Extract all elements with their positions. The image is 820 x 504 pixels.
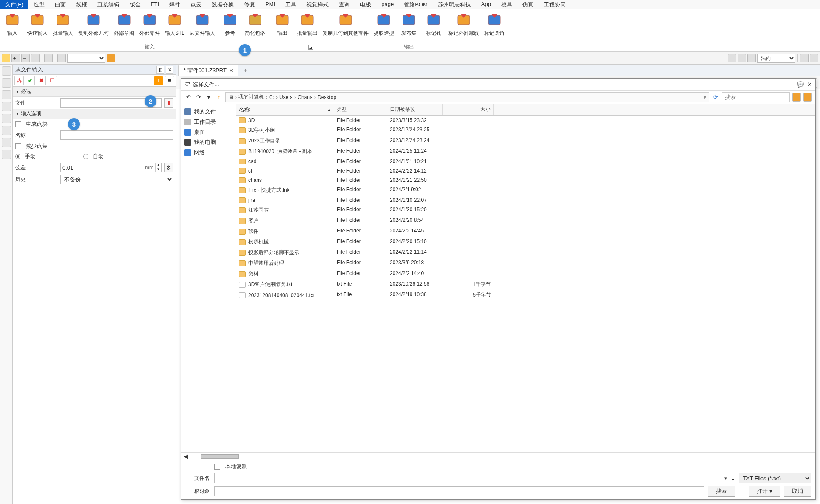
filename-input[interactable] [214, 473, 721, 483]
menu-item[interactable]: 视觉样式 [301, 0, 334, 9]
menu-item[interactable]: 工程协同 [539, 0, 571, 9]
sidebar-item[interactable]: 桌面 [184, 127, 233, 137]
toolbar-dropdown-1[interactable] [67, 54, 105, 63]
reduce-points-checkbox[interactable] [15, 143, 21, 149]
crumb-item[interactable]: Users [279, 94, 292, 100]
toolbar-minus-icon[interactable]: － [21, 54, 30, 62]
file-row[interactable]: 2023工作目录File Folder2023/12/24 23:24 [236, 136, 815, 146]
panel-undock-icon[interactable]: ◧ [156, 66, 164, 74]
expand-icon[interactable]: ⌄ [731, 475, 735, 481]
file-row[interactable]: 3DFile Folder2023/3/15 23:32 [236, 116, 815, 125]
ribbon-button[interactable]: 批量输入 [50, 11, 76, 51]
section-options[interactable]: 输入选项 [13, 109, 176, 119]
ribbon-button[interactable]: 标记孔 [421, 11, 446, 51]
menu-item[interactable]: 管路BOM [399, 0, 433, 9]
ribbon-button[interactable]: 复制外部几何 [76, 11, 111, 51]
cancel-button[interactable]: 取消 [784, 486, 811, 497]
nav-up-icon[interactable]: ↑ [215, 93, 223, 101]
sidebar-item[interactable]: 我的电脑 [184, 137, 233, 147]
ribbon-button[interactable]: 外部草图 [111, 11, 137, 51]
menu-item[interactable]: 文件(F) [0, 0, 28, 9]
toolbar-plus-icon[interactable]: ＋ [11, 54, 20, 62]
menu-item[interactable]: 直接编辑 [92, 0, 125, 9]
toolbar-icon[interactable] [747, 54, 756, 62]
history-select[interactable]: 不备份 [60, 175, 173, 184]
file-row[interactable]: 20231208140408_020441.txttxt File2024/2/… [236, 290, 815, 300]
dialog-help-icon[interactable]: 💬 [797, 81, 804, 88]
toolbar-select-icon[interactable] [2, 54, 10, 62]
toolbar-box-icon[interactable] [31, 54, 40, 62]
menu-item[interactable]: 电极 [355, 0, 376, 9]
col-date[interactable]: 日期被修改 [387, 104, 443, 115]
ribbon-group-launcher-icon[interactable]: ◢ [308, 45, 313, 50]
panel-reset-icon[interactable]: ☐ [48, 76, 57, 85]
settings-icon[interactable] [803, 93, 812, 102]
leftbar-icon-2[interactable] [2, 78, 11, 88]
menu-item[interactable]: 查询 [334, 0, 355, 9]
sidebar-item[interactable]: 网络 [184, 147, 233, 158]
nav-back-icon[interactable]: ↶ [184, 93, 192, 101]
file-filter-select[interactable]: TXT Files (*.txt) [739, 473, 811, 483]
spinner-down-icon[interactable]: ▼ [155, 167, 161, 172]
menu-item[interactable]: 造型 [28, 0, 50, 9]
file-row[interactable]: 中望常用后处理File Folder2023/3/9 20:18 [236, 258, 815, 269]
leftbar-icon-4[interactable] [2, 102, 11, 111]
h-scrollbar[interactable]: ◀ [181, 452, 815, 460]
menu-item[interactable]: FTI [146, 0, 165, 9]
search-input[interactable] [722, 92, 790, 102]
leftbar-icon-7[interactable] [2, 138, 11, 147]
tab-close-icon[interactable]: ✕ [229, 68, 233, 74]
toolbar-color-icon[interactable] [107, 54, 115, 62]
ribbon-button[interactable]: 输入 [0, 11, 25, 51]
file-row[interactable]: 江苏国芯File Folder2024/1/30 15:20 [236, 205, 815, 215]
toolbar-direction-select[interactable]: 法向 [757, 54, 795, 63]
file-row[interactable]: 3D客户使用情况.txttxt File2023/10/26 12:581千字节 [236, 279, 815, 290]
leftbar-icon-6[interactable] [2, 126, 11, 135]
menu-item[interactable]: PMI [260, 0, 280, 9]
file-row[interactable]: 投影后部分轮廓不显示File Folder2024/2/22 11:14 [236, 247, 815, 258]
chevron-down-icon[interactable]: ▾ [724, 475, 727, 481]
nav-refresh-icon[interactable]: ⟳ [712, 93, 719, 101]
toolbar-icon[interactable] [800, 54, 809, 62]
menu-item[interactable]: 线框 [71, 0, 92, 9]
manual-radio[interactable] [15, 154, 20, 159]
crumb-item[interactable]: Desktop [318, 94, 336, 100]
menu-item[interactable]: 焊件 [164, 0, 185, 9]
open-button[interactable]: 打开 ▾ [749, 486, 780, 497]
nav-recent-icon[interactable]: ▼ [205, 93, 213, 101]
view-mode-icon[interactable] [792, 93, 801, 102]
spinner-up-icon[interactable]: ▲ [155, 163, 161, 167]
panel-cancel-icon[interactable]: ✖ [37, 76, 46, 85]
panel-action-icon[interactable]: ⁂ [14, 76, 24, 85]
leftbar-icon-5[interactable] [2, 114, 11, 123]
crumb-item[interactable]: C: [269, 94, 274, 100]
ribbon-button[interactable]: 从文件输入 [187, 11, 218, 51]
menu-item[interactable]: App [476, 0, 496, 9]
tolerance-extra-button[interactable]: ⚙ [164, 163, 173, 172]
menu-item[interactable]: 苏州明志科技 [433, 0, 476, 9]
menu-item[interactable]: 点云 [185, 0, 207, 9]
col-type[interactable]: 类型 [334, 104, 387, 115]
ribbon-button[interactable]: 快速输入 [25, 11, 50, 51]
menu-item[interactable]: 工具 [280, 0, 301, 9]
file-row[interactable]: 资料File Folder2024/2/2 14:40 [236, 269, 815, 279]
panel-ok-icon[interactable]: ✔ [26, 76, 35, 85]
tolerance-input[interactable] [61, 163, 143, 172]
panel-expand-icon[interactable]: ≡ [165, 76, 174, 85]
ribbon-button[interactable]: 提取造型 [371, 11, 397, 51]
toolbar-icon[interactable] [738, 54, 746, 62]
file-row[interactable]: cfFile Folder2024/2/22 14:12 [236, 166, 815, 176]
tab-add-button[interactable]: ＋ [238, 65, 253, 76]
menu-item[interactable]: 模具 [496, 0, 517, 9]
file-browse-button[interactable]: ⬇ [164, 98, 173, 108]
local-copy-checkbox[interactable] [214, 464, 220, 470]
toolbar-icon[interactable] [728, 54, 736, 62]
menu-item[interactable]: 修复 [239, 0, 260, 9]
name-input[interactable] [60, 130, 173, 140]
crumb-item[interactable]: Chans [298, 94, 312, 100]
file-row[interactable]: File - 快捷方式.lnkFile Folder2024/2/1 9:02 [236, 185, 815, 195]
file-row[interactable]: B11940020_沸腾装置 - 副本File Folder2024/1/25 … [236, 146, 815, 157]
toolbar-circle-icon[interactable] [44, 54, 53, 62]
file-row[interactable]: chansFile Folder2024/1/21 22:50 [236, 176, 815, 185]
ribbon-button[interactable]: 标记圆角 [482, 11, 507, 51]
